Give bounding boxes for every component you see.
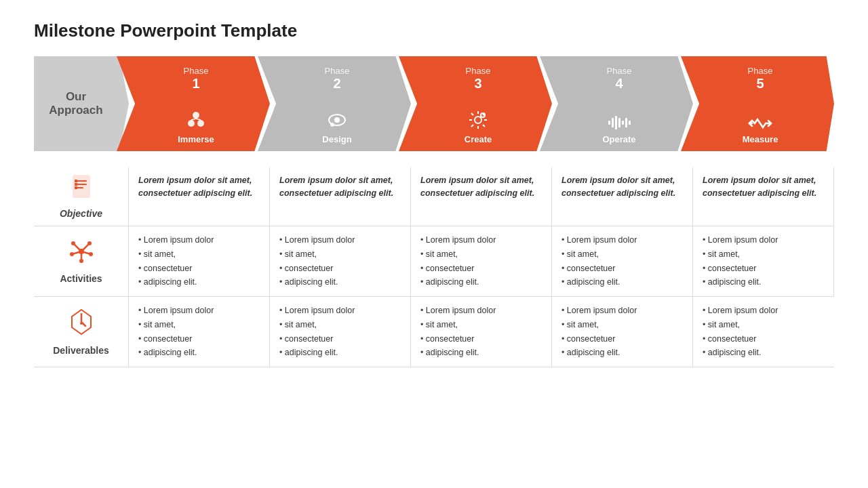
svg-point-8 — [475, 117, 481, 123]
phase-1-number: 1 — [192, 76, 199, 92]
activities-label: Activities — [60, 273, 102, 284]
phase-4-icon — [608, 115, 631, 133]
svg-rect-12 — [615, 116, 617, 129]
svg-line-3 — [191, 119, 196, 120]
deliverables-row-header: Deliverables — [34, 297, 129, 367]
activities-cell-5: Lorem ipsum dolor sit amet, consectetuer… — [693, 226, 834, 297]
svg-point-33 — [70, 252, 74, 256]
svg-point-1 — [188, 120, 195, 127]
deliverables-cell-5: Lorem ipsum dolor sit amet, consectetuer… — [693, 297, 834, 367]
deliverables-cell-3: Lorem ipsum dolor sit amet, consectetuer… — [411, 297, 552, 367]
phase-5-icon — [748, 115, 772, 133]
svg-rect-16 — [629, 121, 631, 125]
objective-cell-3: Lorem ipsum dolor sit amet, consectetuer… — [411, 167, 552, 226]
svg-point-31 — [71, 241, 75, 245]
phase-1-icon — [185, 108, 207, 133]
deliverables-cell-1: Lorem ipsum dolor sit amet, consectetuer… — [129, 297, 270, 367]
phase-2-number: 2 — [333, 76, 340, 92]
phase-1-name: Immerse — [178, 134, 214, 144]
objective-cell-4: Lorem ipsum dolor sit amet, consectetuer… — [552, 167, 693, 226]
svg-point-6 — [334, 117, 340, 123]
svg-point-32 — [87, 241, 92, 245]
phase-4-label: Phase — [607, 66, 632, 76]
activities-cell-4: Lorem ipsum dolor sit amet, consectetuer… — [552, 226, 693, 297]
phase-1-label: Phase — [184, 66, 209, 76]
phase-5-arrow: Phase 5 Measure — [681, 56, 834, 151]
activities-icon — [68, 239, 95, 269]
svg-line-4 — [196, 119, 201, 120]
phase-4-number: 4 — [615, 76, 623, 92]
objective-cell-2: Lorem ipsum dolor sit amet, consectetuer… — [270, 167, 411, 226]
svg-rect-25 — [75, 186, 77, 189]
activities-cell-3: Lorem ipsum dolor sit amet, consectetuer… — [411, 226, 552, 297]
svg-rect-23 — [75, 180, 77, 182]
phase-2-arrow: Phase 2 Design — [258, 56, 411, 151]
activities-cell-1: Lorem ipsum dolor sit amet, consectetuer… — [129, 226, 270, 297]
objective-icon — [69, 174, 94, 204]
phase-4-name: Operate — [602, 134, 635, 144]
svg-point-35 — [79, 259, 83, 263]
svg-point-2 — [197, 120, 204, 127]
activities-cell-2: Lorem ipsum dolor sit amet, consectetuer… — [270, 226, 411, 297]
svg-rect-10 — [608, 121, 610, 125]
svg-rect-11 — [612, 118, 614, 127]
phase-5-label: Phase — [748, 66, 773, 76]
deliverables-icon — [69, 308, 94, 341]
phase-3-number: 3 — [474, 76, 481, 92]
phase-1-arrow: Phase 1 Immerse — [117, 56, 270, 151]
phase-5-number: 5 — [756, 76, 764, 92]
svg-point-36 — [79, 249, 84, 254]
phase-2-name: Design — [322, 134, 351, 144]
phase-3-name: Create — [465, 134, 492, 144]
approach-label: OurApproach — [34, 56, 129, 151]
objective-label: Objective — [60, 208, 102, 219]
phases-container: OurApproach Phase 1 Immerse Phase 2 — [34, 56, 834, 151]
svg-rect-13 — [618, 118, 620, 127]
svg-point-34 — [89, 252, 93, 256]
objective-cell-5: Lorem ipsum dolor sit amet, consectetuer… — [693, 167, 834, 226]
phase-3-label: Phase — [466, 66, 491, 76]
phase-2-icon — [327, 110, 347, 133]
svg-point-38 — [80, 322, 83, 325]
deliverables-cell-4: Lorem ipsum dolor sit amet, consectetuer… — [552, 297, 693, 367]
svg-point-7 — [330, 123, 334, 127]
phase-4-arrow: Phase 4 Operate — [540, 56, 693, 151]
svg-point-0 — [193, 112, 199, 119]
deliverables-label: Deliverables — [53, 345, 109, 356]
phase-3-arrow: Phase 3 Create — [399, 56, 552, 151]
page-title: Milestone Powerpoint Template — [34, 20, 834, 41]
deliverables-cell-2: Lorem ipsum dolor sit amet, consectetuer… — [270, 297, 411, 367]
phase-3-icon — [468, 110, 488, 133]
svg-rect-15 — [625, 118, 627, 127]
svg-rect-14 — [622, 121, 624, 125]
objective-row-header: Objective — [34, 167, 129, 226]
phase-2-label: Phase — [325, 66, 350, 76]
data-table: Objective Lorem ipsum dolor sit amet, co… — [34, 167, 834, 367]
activities-row-header: Activities — [34, 226, 129, 297]
phase-5-name: Measure — [743, 134, 778, 144]
svg-rect-24 — [75, 183, 77, 186]
objective-cell-1: Lorem ipsum dolor sit amet, consectetuer… — [129, 167, 270, 226]
